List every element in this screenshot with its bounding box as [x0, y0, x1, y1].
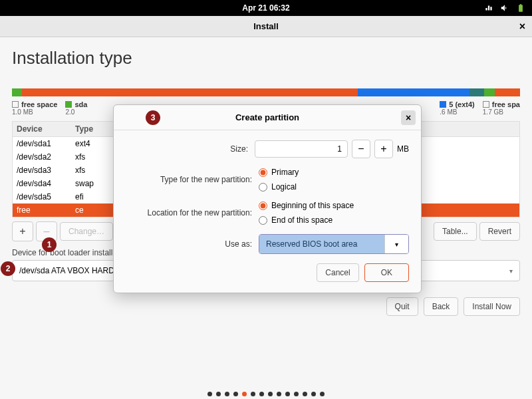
- gnome-topbar: Apr 21 06:32: [0, 0, 532, 16]
- add-partition-button[interactable]: +: [12, 221, 33, 241]
- window-titlebar: Install ×: [0, 16, 532, 37]
- radio-logical[interactable]: Logical: [259, 182, 297, 192]
- partition-type-label: Type for the new partition:: [126, 175, 259, 184]
- system-tray[interactable]: [484, 3, 525, 13]
- radio-end[interactable]: End of this space: [259, 215, 332, 225]
- size-unit: MB: [397, 144, 409, 154]
- legend-item: free space 1.0 MB: [12, 100, 57, 116]
- ok-button[interactable]: OK: [364, 263, 409, 282]
- use-as-select[interactable]: Reserved BIOS boot area ▾: [259, 234, 409, 254]
- partition-location-label: Location for the new partition:: [126, 208, 259, 217]
- size-input[interactable]: [255, 140, 348, 158]
- cancel-button[interactable]: Cancel: [317, 263, 358, 282]
- change-button[interactable]: Change…: [60, 222, 113, 241]
- partition-strip: [12, 88, 520, 96]
- size-label: Size:: [126, 144, 255, 154]
- annotation-marker-3: 3: [146, 110, 160, 125]
- revert-button[interactable]: Revert: [479, 222, 520, 241]
- radio-primary[interactable]: Primary: [259, 168, 299, 177]
- chevron-down-icon: ▾: [509, 267, 513, 275]
- new-table-button[interactable]: Table...: [434, 222, 477, 241]
- legend-item: 5 (ext4) .6 MB: [440, 100, 475, 116]
- page-title: Installation type: [12, 48, 520, 68]
- window-title: Install: [253, 21, 279, 31]
- back-button[interactable]: Back: [424, 297, 459, 316]
- battery-icon: [516, 3, 525, 13]
- size-decrement-button[interactable]: −: [352, 140, 370, 158]
- quit-button[interactable]: Quit: [386, 297, 418, 316]
- legend-item: sda 2.0: [65, 100, 87, 116]
- use-as-value: Reserved BIOS boot area: [259, 235, 384, 253]
- radio-beginning[interactable]: Beginning of this space: [259, 201, 354, 210]
- install-now-button[interactable]: Install Now: [464, 297, 520, 316]
- chevron-down-icon: ▾: [384, 235, 408, 253]
- footer-buttons: Quit Back Install Now: [12, 297, 520, 316]
- page-indicator: [0, 392, 532, 396]
- clock: Apr 21 06:32: [242, 3, 289, 13]
- network-icon: [484, 3, 493, 13]
- volume-icon: [500, 3, 509, 13]
- size-increment-button[interactable]: +: [374, 140, 393, 158]
- create-partition-dialog: Create partition × Size: − + MB Type for…: [113, 104, 422, 293]
- close-icon[interactable]: ×: [519, 21, 525, 33]
- use-as-label: Use as:: [126, 239, 259, 249]
- dialog-close-button[interactable]: ×: [401, 110, 416, 125]
- annotation-marker-2: 2: [1, 261, 15, 276]
- dialog-title: Create partition: [235, 112, 299, 122]
- legend-item: free spa 1.7 GB: [483, 100, 520, 116]
- annotation-marker-1: 1: [42, 237, 57, 252]
